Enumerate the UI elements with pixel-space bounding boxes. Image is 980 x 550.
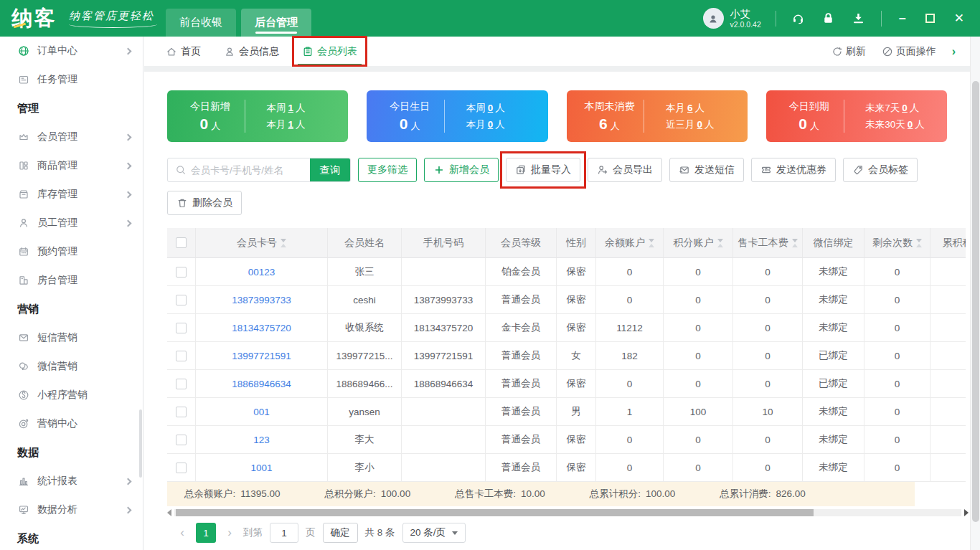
minimize-button[interactable]: – (899, 11, 906, 26)
tab-1[interactable]: 会员信息 (220, 37, 283, 66)
column-header[interactable]: 性别 (557, 228, 596, 258)
sidebar-item[interactable]: 商品管理 (0, 151, 143, 180)
scroll-left-icon[interactable] (167, 509, 171, 516)
send-coupon-button[interactable]: 发送优惠券 (751, 158, 836, 182)
column-header[interactable]: 售卡工本费 (733, 228, 803, 258)
table-cell: 0 (596, 426, 664, 454)
sidebar-item[interactable]: 小程序营销 (0, 381, 143, 409)
column-header[interactable]: 累积积分 (930, 228, 966, 258)
add-member-button[interactable]: 新增会员 (424, 158, 499, 182)
page-ops-button[interactable]: 页面操作 (882, 45, 936, 58)
member-card-link[interactable]: 13997721591 (196, 342, 328, 370)
lock-screen-icon[interactable] (821, 11, 837, 27)
sidebar-item[interactable]: 数据分析 (0, 496, 143, 524)
column-header[interactable]: 手机号码 (402, 228, 486, 258)
sort-icon[interactable] (281, 239, 286, 247)
member-tag-button[interactable]: 会员标签 (843, 158, 918, 182)
select-all-checkbox[interactable] (176, 237, 187, 248)
close-button[interactable]: ✕ (954, 11, 964, 26)
goto-page-input[interactable]: 1 (270, 523, 298, 543)
tab-2[interactable]: 会员列表 (298, 37, 362, 66)
export-member-button[interactable]: 会员导出 (588, 158, 662, 182)
sort-icon[interactable] (717, 239, 723, 247)
sidebar-item[interactable]: 任务管理 (0, 65, 143, 94)
expand-chevron-icon[interactable]: › (952, 45, 956, 58)
search-button[interactable]: 查询 (310, 158, 350, 182)
sidebar-item[interactable]: 短信营销 (0, 323, 143, 352)
customer-service-icon[interactable] (791, 11, 806, 27)
sort-icon[interactable] (916, 239, 922, 247)
sidebar-item[interactable]: 订单中心 (0, 37, 143, 65)
delete-member-button[interactable]: 删除会员 (167, 191, 242, 215)
sidebar-item[interactable]: 库存管理 (0, 180, 143, 209)
member-card-link[interactable]: 13873993733 (196, 286, 328, 314)
detail-count-link[interactable]: 0 (697, 119, 703, 130)
row-checkbox[interactable] (176, 463, 187, 473)
detail-count-link[interactable]: 1 (288, 103, 294, 113)
current-page-button[interactable]: 1 (196, 523, 216, 543)
sidebar-item[interactable]: 会员管理 (0, 123, 143, 151)
member-card-link[interactable]: 1001 (196, 454, 328, 482)
sort-icon[interactable] (792, 239, 798, 247)
row-checkbox[interactable] (176, 351, 187, 361)
user-menu[interactable]: 小艾 v2.0.0.42 (703, 8, 761, 29)
topbar-tab-1[interactable]: 后台管理 (241, 9, 311, 37)
row-checkbox[interactable] (176, 407, 187, 417)
refresh-button[interactable]: 刷新 (831, 45, 866, 58)
sidebar-item[interactable]: 统计报表 (0, 467, 143, 496)
row-checkbox[interactable] (176, 435, 187, 445)
maximize-button[interactable] (925, 14, 935, 23)
member-card-link[interactable]: 18134375720 (196, 314, 328, 342)
detail-count-link[interactable]: 6 (687, 103, 693, 113)
topbar-nav: 前台收银后台管理 (166, 9, 311, 37)
search-input[interactable] (191, 165, 310, 176)
detail-count-link[interactable]: 0 (902, 103, 908, 113)
column-header[interactable]: 剩余次数 (864, 228, 930, 258)
batch-import-button[interactable]: 批量导入 (506, 158, 580, 182)
sort-icon[interactable] (649, 239, 654, 247)
column-header[interactable]: 积分账户 (664, 228, 733, 258)
tab-0[interactable]: 首页 (161, 37, 205, 66)
column-header[interactable]: 余额账户 (596, 228, 664, 258)
vertical-scrollbar[interactable] (970, 37, 980, 550)
detail-count-link[interactable]: 0 (488, 103, 494, 113)
pagination: ‹ 1 › 到第 1 页 确定 共 8 条 20 条/页 (167, 523, 947, 543)
sidebar-item[interactable]: 员工管理 (0, 209, 143, 237)
scroll-right-icon[interactable] (964, 509, 969, 516)
table-cell: 13997721591 (402, 342, 486, 370)
sidebar-item[interactable]: 微信营销 (0, 352, 143, 381)
column-header[interactable]: 微信绑定 (803, 228, 864, 258)
column-header[interactable]: 会员姓名 (328, 228, 402, 258)
member-card-link[interactable]: 123 (196, 426, 328, 454)
row-checkbox[interactable] (176, 295, 187, 305)
more-filter-button[interactable]: 更多筛选 (358, 158, 417, 182)
next-page-button[interactable]: › (223, 526, 236, 540)
topbar-tab-0[interactable]: 前台收银 (166, 9, 236, 37)
sidebar-item[interactable]: 营销中心 (0, 409, 143, 438)
detail-count-link[interactable]: 0 (908, 119, 913, 130)
row-checkbox[interactable] (176, 379, 187, 389)
table-cell (930, 286, 966, 314)
row-checkbox[interactable] (176, 267, 187, 278)
hscroll-thumb[interactable] (176, 509, 814, 516)
column-header[interactable]: 会员卡号 (196, 228, 328, 258)
detail-count-link[interactable]: 0 (488, 119, 494, 130)
sidebar-item[interactable]: 房台管理 (0, 266, 143, 295)
horizontal-scrollbar[interactable] (167, 508, 969, 517)
hscroll-track[interactable] (174, 509, 961, 516)
card-detail: 本月6人 (666, 102, 739, 115)
detail-count-link[interactable]: 1 (288, 119, 294, 130)
download-icon[interactable] (851, 11, 867, 27)
send-sms-button[interactable]: 发送短信 (669, 158, 744, 182)
member-card-link[interactable]: 18868946634 (196, 370, 328, 398)
confirm-page-button[interactable]: 确定 (323, 523, 358, 543)
row-checkbox[interactable] (176, 323, 187, 333)
member-card-link[interactable]: 00123 (196, 258, 328, 286)
prev-page-button[interactable]: ‹ (176, 526, 189, 540)
member-card-link[interactable]: 001 (196, 398, 328, 426)
sidebar-item[interactable]: 预约管理 (0, 237, 143, 266)
column-header[interactable]: 会员等级 (486, 228, 557, 258)
page-size-select[interactable]: 20 条/页 (402, 523, 466, 543)
vscroll-thumb[interactable] (972, 81, 979, 522)
sidebar-scrollbar[interactable] (139, 409, 142, 478)
